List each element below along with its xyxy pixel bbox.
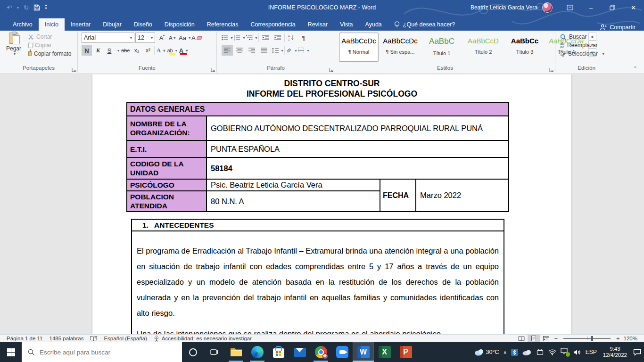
paragraph-dialog-launcher[interactable] xyxy=(329,68,333,72)
sort-button[interactable]: AZ xyxy=(286,33,297,43)
action-center-icon[interactable] xyxy=(633,349,641,356)
read-mode-button[interactable] xyxy=(515,335,528,342)
underline-dropdown-icon[interactable]: ▾ xyxy=(117,49,119,53)
paste-button[interactable]: Pegar ▾ xyxy=(3,33,25,65)
font-color-button[interactable]: A▾ xyxy=(178,45,189,56)
powerpoint-button[interactable]: P xyxy=(395,342,416,362)
subscript-button[interactable]: x₂ xyxy=(132,45,142,56)
change-case-button[interactable]: Aa▾ xyxy=(179,33,190,43)
numbering-button[interactable]: 123▾ xyxy=(234,33,245,43)
minimize-button[interactable]: – xyxy=(580,0,602,15)
underline-button[interactable]: S xyxy=(104,45,115,56)
justify-button[interactable] xyxy=(258,45,270,56)
undo-icon[interactable]: ↶ xyxy=(7,4,12,11)
bullets-button[interactable]: ▾ xyxy=(222,33,233,43)
avatar[interactable] xyxy=(542,2,553,13)
web-layout-button[interactable] xyxy=(540,335,552,342)
taskbar-search[interactable] xyxy=(22,342,182,362)
accessibility-checker[interactable]: Accesibilidad: es necesario investigar xyxy=(154,336,252,342)
find-button[interactable]: Buscar ▾ xyxy=(560,33,604,40)
styles-dialog-launcher[interactable] xyxy=(549,68,553,72)
format-painter-button[interactable]: Copiar formato xyxy=(28,50,71,57)
grow-font-button[interactable]: A▲ xyxy=(156,33,166,43)
style-card-heading3[interactable]: AaBbCcTítulo 3 xyxy=(505,33,545,62)
zoom-slider[interactable] xyxy=(563,338,611,339)
onedrive-icon[interactable] xyxy=(522,349,532,355)
copy-button[interactable]: Copiar xyxy=(28,42,71,49)
collapse-ribbon-button[interactable]: ⌃ xyxy=(633,66,637,72)
font-name-combobox[interactable]: Arial ▾ xyxy=(82,33,134,43)
text-effects-button[interactable]: A▾ xyxy=(156,45,166,56)
style-card-no-spacing[interactable]: AaBbCcDc¶ Sin espa... xyxy=(380,33,420,62)
style-card-heading2[interactable]: AaBbCcDTítulo 2 xyxy=(463,33,503,62)
tab-archivo[interactable]: Archivo xyxy=(7,18,39,31)
tab-inicio[interactable]: Inicio xyxy=(39,18,65,31)
superscript-button[interactable]: x² xyxy=(143,45,153,56)
user-name[interactable]: Beatriz Leticia Garcia Vera xyxy=(471,4,537,11)
replace-button[interactable]: abac Reemplazar xyxy=(560,42,604,49)
tab-disposicion[interactable]: Disposición xyxy=(158,18,201,31)
edge-button[interactable] xyxy=(247,342,268,362)
tab-dibujar[interactable]: Dibujar xyxy=(97,18,128,31)
tray-expand-button[interactable]: ∧ xyxy=(503,350,506,355)
strikethrough-button[interactable]: abc xyxy=(120,45,131,56)
shrink-font-button[interactable]: A▼ xyxy=(167,33,178,43)
undo-dropdown-icon[interactable]: ▾ xyxy=(17,6,19,10)
show-marks-button[interactable]: ¶ xyxy=(298,33,309,43)
tab-ayuda[interactable]: Ayuda xyxy=(359,18,388,31)
tab-referencias[interactable]: Referencias xyxy=(201,18,245,31)
highlight-button[interactable]: ab▾ xyxy=(167,45,177,56)
share-button[interactable]: Compartir xyxy=(600,24,644,31)
volume-icon[interactable] xyxy=(573,349,581,355)
bluetooth-icon[interactable] xyxy=(511,349,518,356)
file-explorer-button[interactable] xyxy=(225,342,247,362)
tell-me-box[interactable]: ¿Qué desea hacer? xyxy=(388,18,462,31)
tab-vista[interactable]: Vista xyxy=(334,18,359,31)
cut-button[interactable]: Cortar xyxy=(28,33,71,40)
font-size-combobox[interactable]: 12 ▾ xyxy=(135,33,155,43)
clear-formatting-button[interactable]: A xyxy=(191,33,202,43)
tab-correspondencia[interactable]: Correspondencia xyxy=(244,18,301,31)
redo-icon[interactable]: ↻ xyxy=(24,4,29,11)
font-dialog-launcher[interactable] xyxy=(211,68,215,72)
language-indicator[interactable]: Español (España) xyxy=(104,336,147,341)
mail-button[interactable] xyxy=(289,342,310,362)
word-button[interactable]: W xyxy=(353,342,374,362)
proofing-errors-button[interactable] xyxy=(90,336,97,341)
zoom-app-button[interactable] xyxy=(331,342,353,362)
select-button[interactable]: Seleccionar ▾ xyxy=(560,50,604,57)
tab-insertar[interactable]: Insertar xyxy=(65,18,97,31)
align-right-button[interactable] xyxy=(246,45,257,56)
wireless-display-icon[interactable] xyxy=(536,349,544,355)
clipboard-dialog-launcher[interactable] xyxy=(72,68,76,72)
store-button[interactable] xyxy=(268,342,289,362)
paste-dropdown-icon[interactable]: ▾ xyxy=(14,52,16,56)
close-button[interactable]: ✕ xyxy=(623,0,644,15)
save-icon[interactable] xyxy=(33,4,40,11)
align-left-button[interactable] xyxy=(222,45,233,56)
document-page[interactable]: DISTRITO CENTRO-SUR INFORME DEL PROFESIO… xyxy=(92,74,571,334)
italic-button[interactable]: K xyxy=(93,45,103,56)
borders-button[interactable]: ▾ xyxy=(298,45,309,56)
section-body[interactable]: El programa de Erradicación al Trabajo I… xyxy=(131,231,504,334)
input-language-indicator[interactable]: ESP xyxy=(586,349,597,355)
start-button[interactable] xyxy=(0,342,22,362)
align-center-button[interactable] xyxy=(234,45,245,56)
zoom-out-button[interactable]: − xyxy=(552,335,560,342)
increase-indent-button[interactable] xyxy=(272,33,283,43)
network-shield-icon[interactable] xyxy=(561,348,569,356)
word-count[interactable]: 1485 palabras xyxy=(50,336,84,341)
tab-revisar[interactable]: Revisar xyxy=(302,18,334,31)
tab-diseno[interactable]: Diseño xyxy=(128,18,158,31)
chrome-button[interactable] xyxy=(310,342,331,362)
cortana-button[interactable] xyxy=(182,342,204,362)
zoom-slider-handle[interactable] xyxy=(591,336,593,341)
clock[interactable]: 9:43 12/4/2022 xyxy=(603,346,627,358)
bold-button[interactable]: N xyxy=(82,45,92,56)
style-card-heading1[interactable]: AaBbCTítulo 1 xyxy=(422,33,462,62)
page-indicator[interactable]: Página 1 de 11 xyxy=(7,336,43,341)
line-spacing-button[interactable]: ▾ xyxy=(272,45,283,56)
shading-button[interactable]: ▾ xyxy=(286,45,297,56)
task-view-button[interactable] xyxy=(204,342,225,362)
weather-widget[interactable]: 30°C xyxy=(474,348,499,356)
